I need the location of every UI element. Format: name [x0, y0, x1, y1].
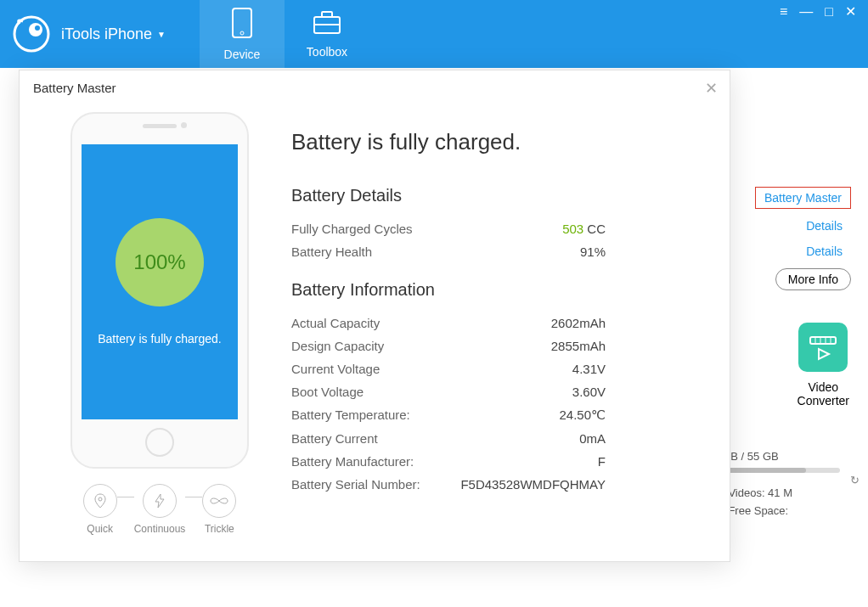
current-value: 0mA [579, 431, 606, 446]
cycles-value: 503 [562, 222, 583, 236]
maximize-button[interactable]: □ [825, 5, 833, 19]
window-controls: ≡ — □ ✕ [780, 5, 856, 19]
tab-device[interactable]: Device [200, 0, 285, 68]
manu-value: F [598, 454, 606, 469]
mode-trickle-label: Trickle [205, 523, 234, 535]
actual-label: Actual Capacity [291, 316, 380, 330]
app-title-dropdown[interactable]: iTools iPhone ▼ [61, 25, 166, 43]
row-boot-voltage: Boot Voltage3.60V [291, 380, 606, 403]
health-label: Battery Health [291, 244, 372, 259]
info-panel: Battery is fully charged. Battery Detail… [291, 112, 704, 535]
device-icon [230, 8, 254, 41]
cycles-unit: CC [587, 222, 606, 236]
refresh-icon[interactable]: ↻ [850, 474, 860, 486]
manu-label: Battery Manufacturer: [291, 454, 414, 469]
cycles-label: Fully Charged Cycles [291, 222, 413, 236]
phone-illustration: 100% Battery is fully charged. [70, 112, 249, 469]
bvolt-value: 3.60V [572, 385, 606, 399]
modal-title: Battery Master [33, 81, 116, 95]
details-title: Battery Details [291, 186, 704, 205]
cvolt-value: 4.31V [572, 362, 606, 376]
legend-free: Free Space: [713, 504, 868, 517]
info-title: Battery Information [291, 280, 704, 300]
svg-marker-15 [155, 494, 164, 508]
mode-trickle[interactable]: Trickle [202, 484, 236, 535]
tab-toolbox-label: Toolbox [307, 45, 347, 59]
phone-status-text: Battery is fully charged. [98, 332, 222, 346]
svg-point-2 [35, 25, 40, 31]
app-logo [10, 13, 53, 55]
svg-rect-3 [233, 8, 251, 37]
design-value: 2855mAh [551, 339, 606, 353]
storage-summary: 8 GB / 55 GB [713, 450, 868, 463]
svg-rect-8 [810, 337, 836, 344]
chevron-down-icon: ▼ [157, 30, 166, 39]
left-panel: 100% Battery is fully charged. Quick Con… [70, 112, 249, 535]
svg-marker-13 [819, 349, 829, 359]
row-cycles: Fully Charged Cycles 503 CC [291, 217, 606, 240]
svg-point-4 [240, 31, 244, 35]
legend-videos-text: Videos: 41 M [728, 486, 792, 499]
menu-icon[interactable]: ≡ [780, 5, 787, 19]
storage-bar [713, 468, 840, 473]
health-value: 91% [580, 244, 606, 259]
serial-value: F5D43528WMDFQHMAY [460, 477, 606, 492]
side-links: Battery Master Details Details More Info [755, 187, 851, 290]
bvolt-label: Boot Voltage [291, 385, 364, 399]
row-manufacturer: Battery Manufacturer:F [291, 450, 606, 473]
infinity-icon [202, 484, 236, 518]
modal-close-icon[interactable]: ✕ [705, 79, 718, 98]
row-current: Battery Current0mA [291, 427, 606, 450]
toolbox-icon [312, 10, 342, 38]
details-link-1[interactable]: Details [798, 217, 851, 234]
temp-label: Battery Temperature: [291, 407, 410, 423]
charge-modes: Quick Continuous Trickle [70, 484, 249, 535]
design-label: Design Capacity [291, 339, 384, 353]
modal-header: Battery Master ✕ [20, 70, 730, 104]
storage-info: 8 GB / 55 GB ↻ Videos: 41 M Free Space: [713, 450, 868, 522]
title-bar: iTools iPhone ▼ Device Toolbox ≡ — □ ✕ [0, 0, 868, 68]
svg-point-14 [99, 497, 102, 501]
cvolt-label: Current Voltage [291, 362, 380, 376]
legend-videos: Videos: 41 M [713, 486, 868, 499]
tab-toolbox[interactable]: Toolbox [285, 0, 369, 68]
row-design-capacity: Design Capacity2855mAh [291, 334, 606, 357]
row-actual-capacity: Actual Capacity2602mAh [291, 312, 606, 334]
more-info-button[interactable]: More Info [775, 268, 851, 290]
close-button[interactable]: ✕ [845, 5, 856, 19]
row-serial: Battery Serial Number:F5D43528WMDFQHMAY [291, 473, 606, 496]
top-tabs: Device Toolbox [200, 0, 369, 68]
temp-value: 24.50℃ [559, 407, 606, 423]
actual-value: 2602mAh [551, 316, 606, 330]
row-current-voltage: Current Voltage4.31V [291, 357, 606, 380]
minimize-button[interactable]: — [799, 5, 813, 19]
svg-rect-6 [322, 12, 332, 17]
battery-master-modal: Battery Master ✕ 100% Battery is fully c… [19, 70, 730, 562]
mode-quick[interactable]: Quick [83, 484, 117, 535]
status-heading: Battery is fully charged. [291, 129, 704, 155]
details-link-2[interactable]: Details [798, 243, 851, 260]
battery-percent-circle: 100% [116, 218, 204, 306]
tab-device-label: Device [224, 48, 261, 61]
video-converter-label: Video Converter [798, 380, 849, 407]
mode-continuous-label: Continuous [134, 523, 186, 535]
current-label: Battery Current [291, 431, 378, 446]
serial-label: Battery Serial Number: [291, 477, 420, 492]
row-temperature: Battery Temperature:24.50℃ [291, 403, 606, 427]
app-title-text: iTools iPhone [61, 25, 152, 43]
mode-continuous[interactable]: Continuous [134, 484, 186, 535]
pin-icon [83, 484, 117, 518]
legend-free-text: Free Space: [728, 504, 788, 517]
video-converter-icon [798, 323, 848, 372]
row-health: Battery Health 91% [291, 240, 606, 263]
video-converter-tool[interactable]: Video Converter [798, 323, 849, 407]
bolt-icon [143, 484, 177, 518]
mode-quick-label: Quick [87, 523, 113, 535]
battery-master-link[interactable]: Battery Master [755, 187, 851, 209]
